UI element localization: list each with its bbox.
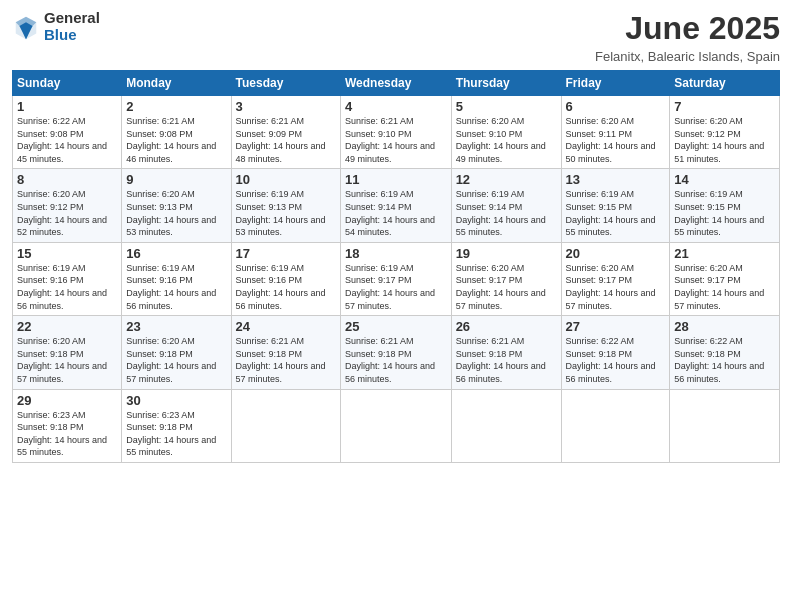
cell-text: Sunrise: 6:20 AMSunset: 9:11 PMDaylight:… [566,116,656,164]
day-number: 27 [566,319,666,334]
month-title: June 2025 [595,10,780,47]
table-cell: 18Sunrise: 6:19 AMSunset: 9:17 PMDayligh… [341,242,452,315]
logo-blue: Blue [44,27,100,44]
cell-text: Sunrise: 6:19 AMSunset: 9:16 PMDaylight:… [17,263,107,311]
cell-text: Sunrise: 6:22 AMSunset: 9:18 PMDaylight:… [566,336,656,384]
day-number: 11 [345,172,447,187]
day-number: 30 [126,393,226,408]
logo-general: General [44,10,100,27]
day-number: 20 [566,246,666,261]
cell-text: Sunrise: 6:22 AMSunset: 9:08 PMDaylight:… [17,116,107,164]
table-cell: 19Sunrise: 6:20 AMSunset: 9:17 PMDayligh… [451,242,561,315]
table-cell [670,389,780,462]
table-cell [231,389,340,462]
day-number: 26 [456,319,557,334]
table-cell: 17Sunrise: 6:19 AMSunset: 9:16 PMDayligh… [231,242,340,315]
cell-text: Sunrise: 6:20 AMSunset: 9:18 PMDaylight:… [126,336,216,384]
cell-text: Sunrise: 6:19 AMSunset: 9:14 PMDaylight:… [456,189,546,237]
col-friday: Friday [561,71,670,96]
table-cell: 23Sunrise: 6:20 AMSunset: 9:18 PMDayligh… [122,316,231,389]
table-cell: 28Sunrise: 6:22 AMSunset: 9:18 PMDayligh… [670,316,780,389]
day-number: 4 [345,99,447,114]
calendar-table: Sunday Monday Tuesday Wednesday Thursday… [12,70,780,463]
day-number: 23 [126,319,226,334]
table-cell: 30Sunrise: 6:23 AMSunset: 9:18 PMDayligh… [122,389,231,462]
col-monday: Monday [122,71,231,96]
table-cell: 10Sunrise: 6:19 AMSunset: 9:13 PMDayligh… [231,169,340,242]
cell-text: Sunrise: 6:19 AMSunset: 9:15 PMDaylight:… [566,189,656,237]
table-cell: 1Sunrise: 6:22 AMSunset: 9:08 PMDaylight… [13,96,122,169]
cell-text: Sunrise: 6:19 AMSunset: 9:13 PMDaylight:… [236,189,326,237]
day-number: 6 [566,99,666,114]
table-cell: 27Sunrise: 6:22 AMSunset: 9:18 PMDayligh… [561,316,670,389]
day-number: 7 [674,99,775,114]
day-number: 13 [566,172,666,187]
day-number: 25 [345,319,447,334]
table-cell [561,389,670,462]
day-number: 8 [17,172,117,187]
table-cell: 15Sunrise: 6:19 AMSunset: 9:16 PMDayligh… [13,242,122,315]
table-cell: 13Sunrise: 6:19 AMSunset: 9:15 PMDayligh… [561,169,670,242]
day-number: 21 [674,246,775,261]
cell-text: Sunrise: 6:20 AMSunset: 9:12 PMDaylight:… [674,116,764,164]
logo: General Blue [12,10,100,43]
cell-text: Sunrise: 6:19 AMSunset: 9:14 PMDaylight:… [345,189,435,237]
table-cell: 26Sunrise: 6:21 AMSunset: 9:18 PMDayligh… [451,316,561,389]
logo-text: General Blue [44,10,100,43]
table-cell: 29Sunrise: 6:23 AMSunset: 9:18 PMDayligh… [13,389,122,462]
cell-text: Sunrise: 6:22 AMSunset: 9:18 PMDaylight:… [674,336,764,384]
table-cell: 5Sunrise: 6:20 AMSunset: 9:10 PMDaylight… [451,96,561,169]
cell-text: Sunrise: 6:20 AMSunset: 9:12 PMDaylight:… [17,189,107,237]
day-number: 24 [236,319,336,334]
header: General Blue June 2025 Felanitx, Baleari… [12,10,780,64]
table-cell: 8Sunrise: 6:20 AMSunset: 9:12 PMDaylight… [13,169,122,242]
cell-text: Sunrise: 6:21 AMSunset: 9:09 PMDaylight:… [236,116,326,164]
day-number: 12 [456,172,557,187]
table-cell: 24Sunrise: 6:21 AMSunset: 9:18 PMDayligh… [231,316,340,389]
location: Felanitx, Balearic Islands, Spain [595,49,780,64]
cell-text: Sunrise: 6:21 AMSunset: 9:08 PMDaylight:… [126,116,216,164]
title-block: June 2025 Felanitx, Balearic Islands, Sp… [595,10,780,64]
day-number: 22 [17,319,117,334]
table-cell: 20Sunrise: 6:20 AMSunset: 9:17 PMDayligh… [561,242,670,315]
table-cell: 12Sunrise: 6:19 AMSunset: 9:14 PMDayligh… [451,169,561,242]
table-cell: 14Sunrise: 6:19 AMSunset: 9:15 PMDayligh… [670,169,780,242]
day-number: 1 [17,99,117,114]
day-number: 16 [126,246,226,261]
col-sunday: Sunday [13,71,122,96]
col-tuesday: Tuesday [231,71,340,96]
table-cell [451,389,561,462]
cell-text: Sunrise: 6:20 AMSunset: 9:18 PMDaylight:… [17,336,107,384]
page-container: General Blue June 2025 Felanitx, Baleari… [0,0,792,473]
day-number: 14 [674,172,775,187]
header-row: Sunday Monday Tuesday Wednesday Thursday… [13,71,780,96]
cell-text: Sunrise: 6:20 AMSunset: 9:10 PMDaylight:… [456,116,546,164]
cell-text: Sunrise: 6:20 AMSunset: 9:17 PMDaylight:… [456,263,546,311]
day-number: 15 [17,246,117,261]
cell-text: Sunrise: 6:23 AMSunset: 9:18 PMDaylight:… [17,410,107,458]
cell-text: Sunrise: 6:20 AMSunset: 9:17 PMDaylight:… [674,263,764,311]
cell-text: Sunrise: 6:20 AMSunset: 9:13 PMDaylight:… [126,189,216,237]
table-cell: 7Sunrise: 6:20 AMSunset: 9:12 PMDaylight… [670,96,780,169]
table-cell: 2Sunrise: 6:21 AMSunset: 9:08 PMDaylight… [122,96,231,169]
day-number: 5 [456,99,557,114]
table-cell [341,389,452,462]
col-wednesday: Wednesday [341,71,452,96]
logo-icon [12,13,40,41]
table-cell: 6Sunrise: 6:20 AMSunset: 9:11 PMDaylight… [561,96,670,169]
cell-text: Sunrise: 6:21 AMSunset: 9:18 PMDaylight:… [236,336,326,384]
cell-text: Sunrise: 6:19 AMSunset: 9:17 PMDaylight:… [345,263,435,311]
cell-text: Sunrise: 6:19 AMSunset: 9:16 PMDaylight:… [126,263,216,311]
cell-text: Sunrise: 6:23 AMSunset: 9:18 PMDaylight:… [126,410,216,458]
day-number: 2 [126,99,226,114]
table-cell: 22Sunrise: 6:20 AMSunset: 9:18 PMDayligh… [13,316,122,389]
cell-text: Sunrise: 6:21 AMSunset: 9:18 PMDaylight:… [456,336,546,384]
day-number: 9 [126,172,226,187]
table-cell: 9Sunrise: 6:20 AMSunset: 9:13 PMDaylight… [122,169,231,242]
table-cell: 11Sunrise: 6:19 AMSunset: 9:14 PMDayligh… [341,169,452,242]
cell-text: Sunrise: 6:20 AMSunset: 9:17 PMDaylight:… [566,263,656,311]
table-cell: 3Sunrise: 6:21 AMSunset: 9:09 PMDaylight… [231,96,340,169]
day-number: 3 [236,99,336,114]
cell-text: Sunrise: 6:21 AMSunset: 9:18 PMDaylight:… [345,336,435,384]
day-number: 18 [345,246,447,261]
